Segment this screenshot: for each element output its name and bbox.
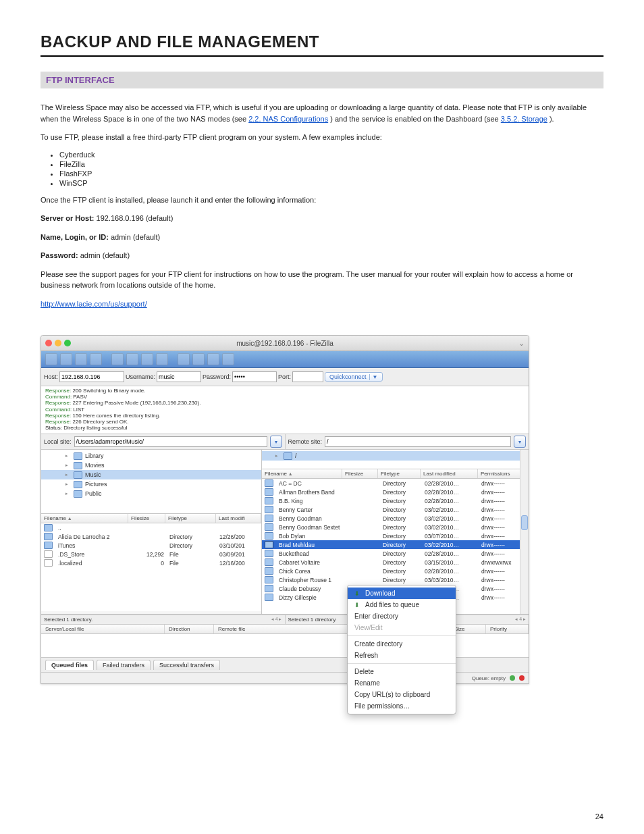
pager-icon[interactable]: ◂ 4 ▸ [515,617,526,622]
quickconnect-button[interactable]: Quickconnect ▼ [325,372,382,382]
remote-tree[interactable]: ▸/ [262,450,529,469]
sync-browse-icon[interactable] [126,353,138,365]
intro-mid: ) and the service is enabled on the Dash… [330,115,501,123]
chevron-down-icon[interactable]: ▼ [369,374,378,380]
host-input[interactable] [59,371,124,382]
password-input[interactable] [232,371,277,382]
disconnect-icon[interactable] [178,353,190,365]
col-filesize[interactable]: Filesize [342,469,378,478]
folder-icon [265,567,273,575]
scroll-thumb[interactable] [521,515,528,530]
list-item[interactable]: Allman Brothers BandDirectory02/28/2010…… [262,488,529,496]
tree-row[interactable]: ▸Public [41,489,261,498]
list-item[interactable]: iTunesDirectory03/10/201 [41,541,261,550]
ctx-refresh[interactable]: Refresh [348,650,456,661]
list-item[interactable]: Alicia De Larrocha 2Directory12/26/200 [41,532,261,541]
folder-icon [265,523,273,531]
support-link[interactable]: http://www.lacie.com/us/support/ [41,300,147,308]
folder-icon [265,541,273,548]
list-item[interactable]: AC = DCDirectory02/28/2010…drwx------ [262,479,529,488]
ctx-copy-url[interactable]: Copy URL(s) to clipboard [348,689,456,700]
tree-row[interactable]: ▸Music [41,470,261,479]
folder-icon [74,490,82,498]
tree-row[interactable]: ▸Movies [41,461,261,470]
filter-icon[interactable] [156,353,168,365]
site-manager-icon[interactable] [45,353,57,365]
toggle-log-icon[interactable] [60,353,72,365]
folder-icon [74,471,82,479]
list-item[interactable]: Christopher Rouse 1Directory03/03/2010…d… [262,575,529,584]
list-item[interactable]: Brad MehldauDirectory03/02/2010…drwx----… [262,540,529,549]
port-input[interactable] [292,371,323,382]
remote-status: Selected 1 directory. [288,617,337,623]
ctx-rename[interactable]: Rename [348,677,456,689]
list-item[interactable]: BucketheadDirectory02/28/2010…drwx------ [262,549,529,558]
folder-icon [44,542,53,549]
refresh-icon[interactable] [111,353,124,365]
folder-icon [44,533,53,540]
page-title: BACKUP AND FILE MANAGEMENT [41,32,603,51]
col-filename[interactable]: Filename [41,514,128,523]
th-direction[interactable]: Direction [165,625,214,633]
remote-site-dropdown-icon[interactable]: ▾ [514,436,526,448]
list-item[interactable]: Chick CoreaDirectory02/28/2010…drwx-----… [262,567,529,575]
list-item[interactable]: .localized0File12/16/200 [41,558,261,567]
download-icon [354,590,362,597]
th-priority[interactable]: Priority [486,625,529,633]
remote-site-input[interactable] [325,436,511,447]
compare-icon[interactable] [141,353,153,365]
link-nas-config[interactable]: 2.2. NAS Configurations [248,115,328,123]
col-filetype[interactable]: Filetype [378,469,421,478]
queue-icon[interactable] [222,353,234,365]
toggle-local-tree-icon[interactable] [75,353,87,365]
col-filename[interactable]: Filename [262,469,342,478]
toggle-remote-tree-icon[interactable] [90,353,102,365]
ctx-add-to-queue[interactable]: Add files to queue [348,599,456,610]
list-item[interactable]: Benny GoodmanDirectory03/02/2010…drwx---… [262,514,529,523]
reconnect-icon[interactable] [207,353,219,365]
ctx-file-permissions[interactable]: File permissions… [348,700,456,712]
ctx-download[interactable]: Download [348,588,456,599]
col-lastmod[interactable]: Last modified [421,469,478,478]
local-site-dropdown-icon[interactable]: ▾ [270,436,282,448]
list-item[interactable]: Cabaret VoltaireDirectory03/15/2010…drwx… [262,558,529,567]
tree-row[interactable]: ▸/ [262,451,529,461]
list-item[interactable]: B.B. KingDirectory02/28/2010…drwx------ [262,496,529,505]
tab-successful[interactable]: Successful transfers [153,660,220,670]
folder-icon [265,585,273,592]
host-label: Host: [44,373,58,380]
col-lastmod[interactable]: Last modifi [216,514,261,523]
tree-row[interactable]: ▸Library [41,451,261,461]
list-item[interactable]: .. [41,523,261,532]
link-storage[interactable]: 3.5.2. Storage [501,115,547,123]
list-item: Cyberduck [59,151,603,159]
col-filesize[interactable]: Filesize [128,514,165,523]
ctx-create-directory[interactable]: Create directory [348,638,456,650]
server-line: Server or Host: 192.168.0.196 (default) [41,213,603,224]
quickconnect-label: Quickconnect [329,373,367,380]
username-input[interactable] [157,371,201,382]
remote-site-label: Remote site: [288,438,323,445]
list-item[interactable]: .DS_Store12,292File03/09/201 [41,550,261,558]
local-tree[interactable]: ▸Library▸Movies▸Music▸Pictures▸Public [41,450,261,514]
scrollbar[interactable] [520,479,529,614]
list-item[interactable]: Benny Goodman SextetDirectory03/02/2010…… [262,523,529,531]
ctx-delete[interactable]: Delete [348,666,456,677]
stop-icon[interactable] [192,353,205,365]
ctx-enter-directory[interactable]: Enter directory [348,610,456,622]
tree-row[interactable]: ▸Pictures [41,479,261,489]
pager-icon[interactable]: ◂ 4 ▸ [271,617,282,622]
th-server-local[interactable]: Server/Local file [41,625,165,633]
folder-icon [74,481,82,488]
page-number: 24 [595,812,603,820]
message-log[interactable]: Response: 200 Switching to Binary mode.C… [41,386,529,434]
file-icon [44,550,53,558]
tab-queued[interactable]: Queued files [45,660,94,670]
local-site-input[interactable] [74,436,267,447]
tab-failed[interactable]: Failed transfers [97,660,151,670]
titlebar[interactable]: music@192.168.0.196 - FileZilla ⌄ [41,336,529,351]
local-list[interactable]: ..Alicia De Larrocha 2Directory12/26/200… [41,523,261,611]
list-item[interactable]: Benny CarterDirectory03/02/2010…drwx----… [262,505,529,514]
list-item[interactable]: Bob DylanDirectory03/07/2010…drwx------ [262,531,529,540]
col-filetype[interactable]: Filetype [165,514,216,523]
